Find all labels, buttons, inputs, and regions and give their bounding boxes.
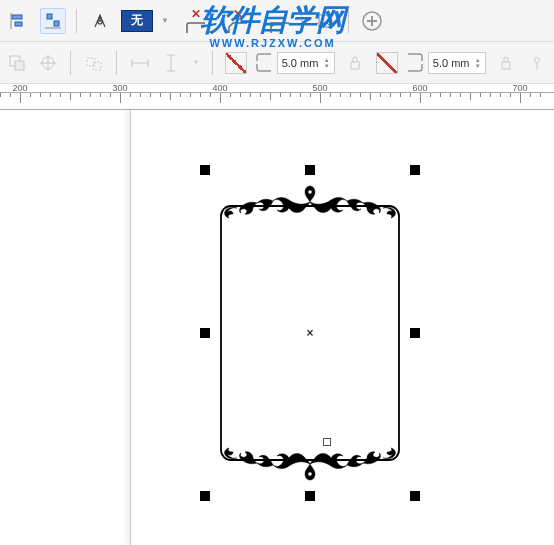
handle-bottom-right[interactable] <box>410 491 420 501</box>
corner-tl-icon <box>255 53 273 62</box>
size-value-2: 5.0 mm <box>433 57 470 69</box>
spinner-icon[interactable]: ▲▼ <box>475 57 481 69</box>
corner-br-icon <box>406 63 424 72</box>
ruler-label: 300 <box>112 83 127 93</box>
ornament-top <box>217 184 403 224</box>
svg-rect-27 <box>221 206 399 460</box>
selected-object[interactable]: × <box>205 170 415 496</box>
outline-color-swatch[interactable] <box>225 52 247 74</box>
svg-rect-11 <box>15 61 24 70</box>
target-button[interactable] <box>37 50 58 76</box>
handle-bottom-center[interactable] <box>305 491 315 501</box>
svg-rect-24 <box>502 62 510 69</box>
dimension-v-button[interactable] <box>161 50 182 76</box>
canvas-area[interactable]: × <box>0 110 554 545</box>
ornament-bottom <box>217 442 403 482</box>
handle-top-right[interactable] <box>410 165 420 175</box>
separator <box>348 9 349 33</box>
property-bar-2: ▼ 5.0 mm ▲▼ 5.0 mm ▲▼ <box>0 42 554 84</box>
handle-top-center[interactable] <box>305 165 315 175</box>
separator <box>301 9 302 33</box>
lock-ratio-button[interactable] <box>345 50 366 76</box>
svg-rect-1 <box>15 22 22 26</box>
align-left-button[interactable] <box>6 8 32 34</box>
fill-label: 无 <box>131 12 143 29</box>
corner-radius-input-1[interactable]: 5.0 mm ▲▼ <box>277 52 335 74</box>
fill-dropdown-caret[interactable]: ▼ <box>161 16 169 25</box>
corner-x-indicator-2: ✕ <box>233 7 243 21</box>
corner-radius-input-2[interactable]: 5.0 mm ▲▼ <box>428 52 486 74</box>
svg-point-28 <box>308 190 312 194</box>
spinner-icon[interactable]: ▲▼ <box>324 57 330 69</box>
ruler-label: 400 <box>212 83 227 93</box>
ruler-label: 200 <box>12 83 27 93</box>
handle-top-left[interactable] <box>200 165 210 175</box>
property-bar-1: 无 ▼ ✕ ✕ <box>0 0 554 42</box>
handle-mid-right[interactable] <box>410 328 420 338</box>
separator <box>116 51 117 75</box>
page-edge <box>130 110 132 545</box>
fill-color-swatch[interactable] <box>376 52 398 74</box>
svg-rect-0 <box>12 15 22 19</box>
separator <box>212 51 213 75</box>
handle-mid-left[interactable] <box>200 328 210 338</box>
handle-bottom-left[interactable] <box>200 491 210 501</box>
pen-tool-button[interactable] <box>87 8 113 34</box>
node-marker[interactable] <box>323 438 331 446</box>
fill-none-button[interactable]: 无 <box>121 10 153 32</box>
ruler-label: 500 <box>312 83 327 93</box>
corner-bl-icon <box>255 63 273 72</box>
svg-point-25 <box>535 57 540 62</box>
caret-icon: ▼ <box>192 58 200 67</box>
lock-button-2[interactable] <box>496 50 517 76</box>
svg-rect-23 <box>351 62 359 69</box>
svg-rect-3 <box>47 14 52 19</box>
size-value-1: 5.0 mm <box>282 57 319 69</box>
convert-curve-button[interactable] <box>312 8 338 34</box>
svg-rect-4 <box>54 21 59 26</box>
corner-style-2-icon[interactable] <box>227 21 249 35</box>
separator <box>76 9 77 33</box>
ruler-horizontal[interactable]: 200300400500600700 <box>0 84 554 110</box>
dimension-h-button[interactable] <box>129 50 151 76</box>
corner-tr-icon <box>406 53 424 62</box>
add-button[interactable] <box>359 8 385 34</box>
ruler-label: 600 <box>412 83 427 93</box>
corner-style-1-icon[interactable] <box>185 21 207 35</box>
align-distribute-button[interactable] <box>40 8 66 34</box>
ornamental-frame <box>217 200 403 466</box>
svg-point-29 <box>308 472 312 476</box>
corner-style-3-icon[interactable] <box>269 21 291 35</box>
corner-x-indicator: ✕ <box>191 7 201 21</box>
ruler-label: 700 <box>512 83 527 93</box>
apply-lock-button[interactable] <box>527 50 548 76</box>
separator <box>70 51 71 75</box>
wrap-button[interactable] <box>6 50 27 76</box>
group-button[interactable] <box>83 50 104 76</box>
